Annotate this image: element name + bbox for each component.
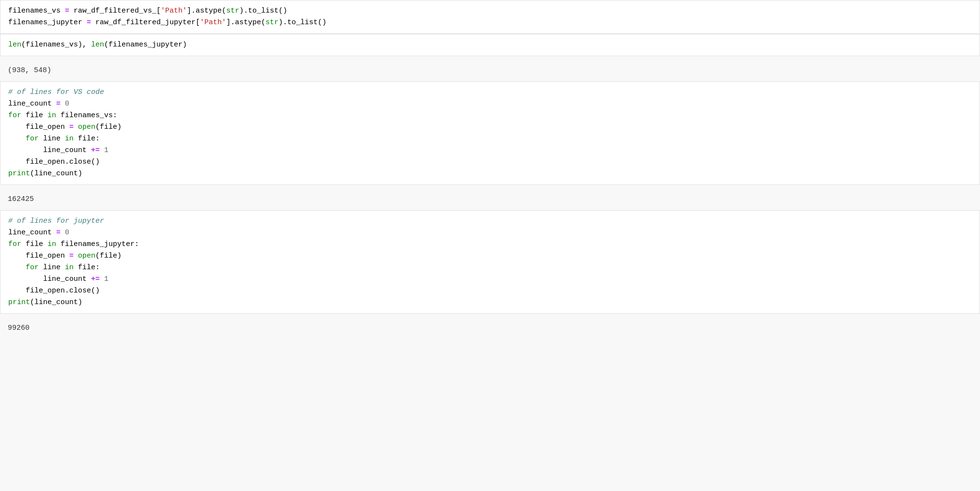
- code-line: line_count += 1: [8, 146, 108, 154]
- code-token: ].astype(: [226, 18, 265, 27]
- code-token: [8, 263, 26, 272]
- code-token: filenames_jupyter: [8, 18, 82, 27]
- cell-input-cell-2[interactable]: len(filenames_vs), len(filenames_jupyter…: [0, 34, 980, 56]
- code-token: [52, 100, 56, 108]
- code-token: ).to_list(): [278, 18, 326, 27]
- cell-output-cell-2-output: (938, 548): [0, 62, 980, 81]
- code-line: for file in filenames_vs:: [8, 111, 117, 120]
- code-token: file: [21, 111, 47, 120]
- code-token: [65, 123, 69, 131]
- code-token: for: [8, 240, 21, 248]
- code-line: file_open.close(): [8, 158, 100, 166]
- code-token: for: [26, 263, 39, 272]
- code-token: file_open: [8, 252, 65, 260]
- code-token: +=: [91, 275, 100, 283]
- cell-input-cell-4[interactable]: # of lines for jupyter line_count = 0 fo…: [0, 210, 980, 314]
- code-token: [100, 275, 104, 283]
- code-token: 1: [104, 275, 108, 283]
- code-token: [87, 146, 91, 154]
- code-line: len(filenames_vs), len(filenames_jupyter…: [8, 41, 187, 49]
- cell-input-cell-1[interactable]: filenames_vs = raw_df_filtered_vs_['Path…: [0, 0, 980, 34]
- code-token: file_open.close(): [8, 158, 100, 166]
- code-line: line_count += 1: [8, 275, 108, 283]
- code-token: str: [265, 18, 278, 27]
- code-token: [61, 229, 65, 237]
- code-token: [61, 100, 65, 108]
- code-token: [61, 7, 65, 15]
- cell-input-cell-3[interactable]: # of lines for VS code line_count = 0 fo…: [0, 81, 980, 185]
- code-token: 0: [65, 229, 69, 237]
- code-token: (filenames_vs),: [21, 41, 91, 49]
- code-token: (file): [95, 123, 122, 131]
- code-token: =: [87, 18, 91, 27]
- code-line: for file in filenames_jupyter:: [8, 240, 139, 248]
- notebook: filenames_vs = raw_df_filtered_vs_['Path…: [0, 0, 980, 339]
- code-token: filenames_vs:: [56, 111, 117, 120]
- code-token: [100, 146, 104, 154]
- code-token: line: [39, 135, 65, 143]
- output-text: 162425: [8, 194, 972, 205]
- code-token: in: [65, 135, 74, 143]
- code-token: =: [56, 100, 61, 108]
- code-token: line: [39, 263, 65, 272]
- code-line: print(line_count): [8, 298, 82, 307]
- code-line: for line in file:: [8, 135, 100, 143]
- code-token: [74, 252, 78, 260]
- code-token: =: [69, 123, 74, 131]
- code-line: filenames_jupyter = raw_df_filtered_jupy…: [8, 18, 326, 27]
- code-token: len: [91, 41, 104, 49]
- code-token: =: [69, 252, 74, 260]
- code-token: open: [78, 123, 95, 131]
- code-token: ).to_list(): [239, 7, 287, 15]
- code-token: raw_df_filtered_vs_[: [69, 7, 161, 15]
- code-token: len: [8, 41, 21, 49]
- cell-output-cell-4-output: 99260: [0, 320, 980, 339]
- code-line: line_count = 0: [8, 229, 69, 237]
- code-token: file:: [74, 135, 100, 143]
- code-token: line_count: [8, 100, 52, 108]
- cell-output-cell-3-output: 162425: [0, 191, 980, 210]
- code-token: file:: [74, 263, 100, 272]
- code-line: for line in file:: [8, 263, 100, 272]
- code-token: [87, 275, 91, 283]
- code-token: file_open.close(): [8, 287, 100, 295]
- code-token: # of lines for jupyter: [8, 217, 104, 225]
- code-token: file: [21, 240, 47, 248]
- code-token: file_open: [8, 123, 65, 131]
- code-token: line_count: [8, 229, 52, 237]
- code-token: 0: [65, 100, 69, 108]
- code-token: 1: [104, 146, 108, 154]
- code-token: ].astype(: [187, 7, 226, 15]
- code-token: (file): [95, 252, 122, 260]
- code-token: for: [26, 135, 39, 143]
- code-token: (line_count): [30, 169, 82, 178]
- code-token: in: [65, 263, 74, 272]
- code-line: file_open = open(file): [8, 123, 122, 131]
- code-token: filenames_vs: [8, 7, 61, 15]
- code-line: # of lines for jupyter: [8, 217, 104, 225]
- code-token: =: [65, 7, 69, 15]
- code-line: # of lines for VS code: [8, 88, 104, 96]
- code-token: line_count: [8, 275, 87, 283]
- code-token: 'Path': [200, 18, 226, 27]
- output-text: 99260: [8, 322, 972, 334]
- code-token: in: [47, 240, 56, 248]
- code-line: file_open = open(file): [8, 252, 122, 260]
- code-line: file_open.close(): [8, 287, 100, 295]
- code-token: open: [78, 252, 95, 260]
- code-token: =: [56, 229, 61, 237]
- code-token: str: [226, 7, 239, 15]
- code-line: line_count = 0: [8, 100, 69, 108]
- code-token: [65, 252, 69, 260]
- code-line: filenames_vs = raw_df_filtered_vs_['Path…: [8, 7, 287, 15]
- code-line: print(line_count): [8, 169, 82, 178]
- output-text: (938, 548): [8, 65, 972, 77]
- code-token: for: [8, 111, 21, 120]
- code-token: # of lines for VS code: [8, 88, 104, 96]
- code-token: (filenames_jupyter): [104, 41, 187, 49]
- code-token: in: [47, 111, 56, 120]
- code-token: [8, 135, 26, 143]
- code-token: filenames_jupyter:: [56, 240, 139, 248]
- code-token: +=: [91, 146, 100, 154]
- code-token: print: [8, 169, 30, 178]
